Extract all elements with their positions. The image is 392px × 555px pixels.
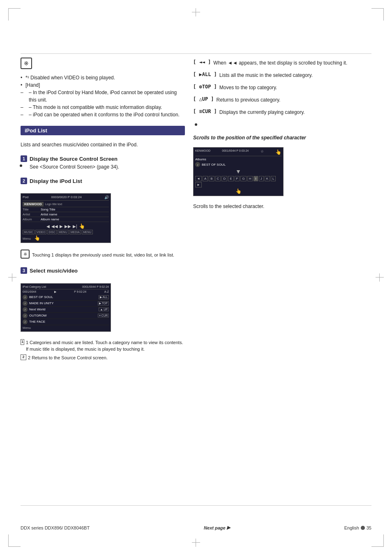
step-2-title: Display the iPod List — [30, 177, 185, 185]
corner-bl — [8, 534, 21, 547]
cs2-char-i[interactable]: I — [254, 176, 258, 181]
cs2-char-next[interactable]: ► — [195, 182, 202, 187]
note-icon: ※ — [21, 58, 32, 69]
crosshair-top — [192, 8, 200, 16]
cs2-track: BEST OF SOUL — [202, 163, 226, 166]
cs2-char-e[interactable]: E — [228, 176, 233, 181]
cs-btn-all[interactable]: ▶ ALL — [99, 295, 109, 299]
cs-time: 0001/0044 P 9:02:24 — [82, 285, 109, 288]
step3-notes: 1 1 Categories and music are listed. Tou… — [21, 339, 185, 361]
cs-side1: ▶ ALL — [99, 295, 109, 299]
cs-row4: ♪ OUTGROW ≡ CUR — [23, 313, 109, 319]
callout-1: 1 — [21, 339, 24, 345]
cs2-char-d[interactable]: D — [221, 176, 227, 181]
bracket-5: [ ≡CUR ] — [193, 109, 217, 114]
cs-name4: OUTGROW — [29, 314, 96, 317]
bottom-bar: DDX series DDX896/ DDX8046BT Next page ▶… — [21, 525, 371, 530]
cs2-char-prev[interactable]: ◄ — [195, 176, 202, 181]
cs2-down-arrow: ▼ — [195, 168, 281, 175]
cs2-char-h[interactable]: H — [247, 176, 253, 181]
ds1-play[interactable]: ▶ — [60, 224, 63, 229]
cs-btn-top[interactable]: ▶ TOP — [98, 301, 109, 305]
cs2-char-c[interactable]: C — [215, 176, 221, 181]
step3-note2: 2 Returns to the Source Control screen. — [28, 354, 108, 361]
right-text-1: When ◄◄ appears, the text display is scr… — [213, 59, 347, 67]
step-1-content: Display the Source Control Screen See <S… — [30, 155, 185, 171]
ds1-hand2: 👆 — [34, 235, 40, 241]
cs2-row2: ♪ BEST OF SOUL — [195, 162, 281, 167]
next-page-text: Next page — [204, 525, 226, 530]
crosshair-bottom — [192, 539, 200, 547]
cs-menu: Menu — [23, 326, 109, 330]
step2-note-text: Touching 1 displays the previously used … — [32, 252, 174, 257]
cs-header-num: 0001/0044 — [23, 290, 36, 294]
scrolls-title: Scrolls to the position of the specified… — [193, 135, 371, 141]
step-3-num: 3 — [21, 267, 27, 274]
cs-az: A-Z — [104, 290, 109, 294]
cs-btn-up[interactable]: ▲ UP — [99, 308, 109, 311]
right-column: [ ◄◄ ] When ◄◄ appears, the text display… — [193, 58, 371, 502]
cs-header: 0001/0044 ▶ P 9:02:24 A-Z — [23, 290, 109, 294]
ipod-list-header: iPod List — [21, 126, 185, 135]
ds1-tab-menu2[interactable]: MENU — [82, 230, 93, 234]
ds1-time: 0003/0020 P 0:03:24 — [51, 195, 82, 199]
corner-br — [371, 534, 384, 547]
crosshair-left — [8, 273, 16, 282]
cs-icon2: ♪ — [23, 301, 28, 306]
cs-counter-label: iPod Category List — [23, 285, 46, 288]
cs2-char-a[interactable]: A — [203, 176, 208, 181]
corner-tl — [8, 8, 21, 21]
cs2-char-b[interactable]: B — [209, 176, 214, 181]
cs2-char-k[interactable]: K — [265, 176, 270, 181]
ds1-rw[interactable]: ◀◀ — [51, 224, 58, 229]
cs-row3: ♪ Next World ▲ UP — [23, 307, 109, 313]
ds1-tab-menu1[interactable]: MENU — [58, 230, 69, 234]
ds1-tab-video[interactable]: VIDEO — [35, 230, 47, 234]
page-num-text: 35 — [367, 525, 371, 530]
page-dot — [361, 526, 365, 530]
cs-row2: ♪ MADE IN UNITY ▶ TOP — [23, 301, 109, 307]
ds1-logo: KENWOOD — [23, 202, 44, 206]
cs2-hand-row: 👆 — [195, 188, 281, 194]
ds1-val2: Artist name — [41, 213, 57, 216]
cs2-hand-top: 👆 — [275, 149, 281, 155]
step-1: 1 Display the Source Control Screen See … — [21, 155, 185, 171]
right-text-4: Returns to previous category. — [217, 96, 281, 104]
note-bullet-1: *¹ Disabled when VIDEO is being played. — [21, 74, 185, 81]
ds1-tab-media[interactable]: MEDIA — [69, 230, 81, 234]
right-item-1: [ ◄◄ ] When ◄◄ appears, the text display… — [193, 59, 371, 67]
ds1-label2: Artist — [23, 213, 39, 216]
note-sub-1: – In the iPod Control by Hand Mode, iPod… — [21, 89, 185, 104]
cs-name3: Next World — [29, 308, 97, 311]
ds1-ff[interactable]: ▶▶ — [65, 224, 71, 229]
step3-note1: 1 Categories and music are listed. Touch… — [26, 339, 185, 353]
step3-note1-row: 1 1 Categories and music are listed. Tou… — [21, 339, 185, 353]
right-item-3: [ ⊕TOP ] Moves to the top category. — [193, 84, 371, 91]
cs2-star: ☆ — [261, 149, 264, 155]
cs-row5: ♪ THE FACE — [23, 319, 109, 325]
step-1-title: Display the Source Control Screen — [30, 155, 185, 163]
ds1-controls: ◀ ◀◀ ▶ ▶▶ ▶| 👆 — [23, 223, 109, 229]
step2-note-row: ※ Touching 1 displays the previously use… — [21, 250, 185, 260]
cs2-char-j[interactable]: J — [259, 176, 264, 181]
ds1-prev[interactable]: ◀ — [46, 224, 50, 229]
cs-name5: THE FACE — [29, 320, 107, 324]
cs2-char-f[interactable]: F — [235, 176, 240, 181]
cs-icon3: ♪ — [23, 307, 28, 312]
language-label: English — [344, 525, 359, 530]
cs2-char-g[interactable]: G — [240, 176, 246, 181]
cs-side2: ▶ TOP — [98, 301, 109, 305]
cs2-hand-bottom: 👆 — [235, 188, 242, 194]
next-page: Next page ▶ — [204, 525, 230, 530]
ds1-val3: Album name — [41, 217, 59, 221]
ds1-tab-disc[interactable]: DISC — [47, 230, 57, 234]
ds1-topbar: Pod 0003/0020 P 0:03:24 🔊 — [23, 195, 109, 201]
cs2-char-l[interactable]: L — [271, 176, 276, 181]
ds1-label3: Album — [23, 217, 39, 221]
cs-btn-cur[interactable]: ≡ CUR — [98, 314, 109, 317]
ds1-tab-music[interactable]: MUSIC — [23, 230, 35, 234]
cs-icon4: ♪ — [23, 313, 28, 318]
char-screen: KENWOOD 0001/0044 P 0:03:24 ☆ 👆 Albums ♪… — [193, 147, 284, 196]
ds1-next[interactable]: ▶| — [73, 224, 77, 229]
cs2-row: Albums — [195, 157, 281, 162]
